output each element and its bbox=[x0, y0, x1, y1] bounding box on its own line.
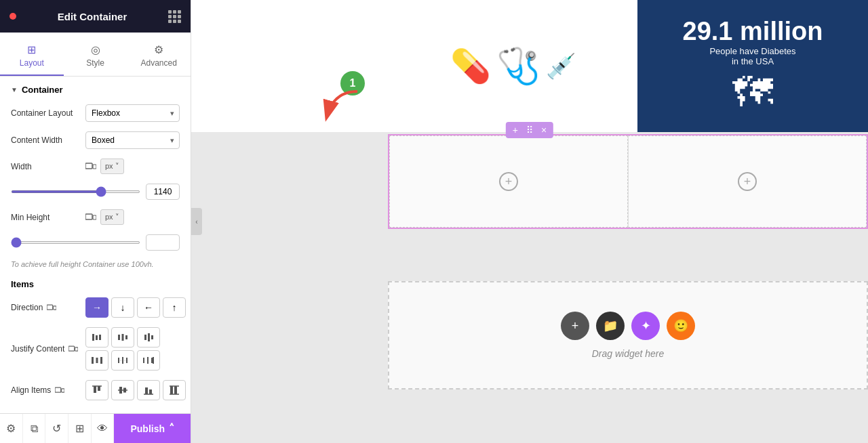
dir-btn-col-rev[interactable]: ↑ bbox=[163, 297, 186, 318]
content-width-row: Content Width Boxed Full Width bbox=[11, 131, 180, 149]
bottom-bar: ⚙ ⧉ ↺ ⊞ 👁 Publish ˄ bbox=[0, 413, 191, 443]
justify-btn-space-evenly[interactable] bbox=[137, 350, 160, 371]
width-input[interactable] bbox=[146, 184, 180, 200]
width-unit[interactable]: px ˅ bbox=[100, 159, 124, 174]
settings-icon-btn[interactable]: ⚙ bbox=[0, 414, 23, 443]
min-height-responsive-icon bbox=[85, 213, 96, 222]
justify-buttons bbox=[85, 327, 180, 371]
annotation-container: 1 bbox=[340, 71, 365, 96]
svg-rect-15 bbox=[144, 335, 146, 340]
container-layout-select-wrapper: Flexbox Grid bbox=[85, 104, 180, 122]
infographic-pills: 💊 🩺 💉 bbox=[450, 45, 576, 87]
justify-btn-space-between[interactable] bbox=[85, 350, 108, 371]
style-icon: ◎ bbox=[91, 43, 100, 56]
content-width-control: Boxed Full Width bbox=[85, 131, 180, 149]
infographic-strip: 💊 🩺 💉 Diagnosed: 29.1 million People hav… bbox=[191, 0, 868, 132]
content-width-label: Content Width bbox=[11, 135, 85, 145]
min-height-input[interactable] bbox=[146, 234, 180, 251]
svg-rect-42 bbox=[174, 386, 177, 394]
justify-btn-space-around[interactable] bbox=[111, 350, 134, 371]
publish-button[interactable]: Publish ˄ bbox=[114, 414, 191, 443]
svg-rect-36 bbox=[119, 387, 122, 394]
drop-folder-btn[interactable]: 📁 bbox=[596, 312, 625, 340]
history-icon-btn[interactable]: ↺ bbox=[45, 414, 68, 443]
dir-btn-row[interactable]: → bbox=[85, 297, 108, 318]
layers-icon-btn[interactable]: ⧉ bbox=[23, 414, 46, 443]
width-slider[interactable] bbox=[11, 190, 140, 193]
panel-body: ▼ Container Container Layout Flexbox Gri… bbox=[0, 77, 191, 413]
items-section: Items Direction → ↓ ← ↑ bbox=[11, 279, 180, 400]
drop-emoji-btn[interactable]: 🙂 bbox=[667, 312, 695, 340]
toolbar-move-btn[interactable]: ⠿ bbox=[525, 125, 534, 135]
svg-rect-9 bbox=[96, 335, 98, 340]
min-height-unit[interactable]: px ˅ bbox=[100, 209, 124, 225]
content-width-select-wrapper: Boxed Full Width bbox=[85, 131, 180, 149]
content-width-select[interactable]: Boxed Full Width bbox=[85, 131, 180, 149]
advanced-icon: ⚙ bbox=[154, 43, 163, 56]
align-responsive-icon bbox=[55, 387, 64, 394]
justify-btn-start[interactable] bbox=[85, 327, 108, 347]
align-btn-bottom[interactable] bbox=[137, 380, 160, 400]
tab-style[interactable]: ◎ Style bbox=[64, 38, 127, 76]
svg-rect-17 bbox=[151, 335, 153, 339]
align-btn-top[interactable] bbox=[85, 380, 108, 400]
col-right-add-icon[interactable]: + bbox=[738, 172, 757, 191]
align-btn-stretch[interactable] bbox=[163, 380, 186, 400]
col-left-add-icon[interactable]: + bbox=[499, 172, 518, 191]
grid-icon[interactable] bbox=[168, 10, 181, 23]
container-section-header[interactable]: ▼ Container bbox=[11, 85, 180, 95]
svg-rect-29 bbox=[153, 357, 154, 364]
dir-btn-row-rev[interactable]: ← bbox=[137, 297, 160, 318]
big-number: 29.1 million bbox=[683, 17, 823, 46]
col-right[interactable]: + bbox=[628, 135, 867, 228]
publish-chevron-icon: ˄ bbox=[169, 422, 174, 435]
justify-btn-center[interactable] bbox=[111, 327, 134, 347]
collapse-handle[interactable]: ‹ bbox=[191, 208, 202, 235]
svg-rect-4 bbox=[47, 305, 53, 310]
min-height-slider-row bbox=[11, 234, 180, 251]
svg-rect-26 bbox=[143, 358, 144, 363]
justify-responsive-icon bbox=[68, 345, 78, 353]
container-layout-label: Container Layout bbox=[11, 108, 85, 118]
align-items-row: Align Items bbox=[11, 380, 180, 400]
container-toolbar: + ⠿ × bbox=[506, 122, 553, 138]
toolbar-add-btn[interactable]: + bbox=[511, 125, 519, 135]
two-col-container: + + bbox=[388, 134, 868, 229]
container-layout-select[interactable]: Flexbox Grid bbox=[85, 104, 180, 122]
svg-rect-16 bbox=[148, 333, 150, 341]
dir-btn-col[interactable]: ↓ bbox=[111, 297, 134, 318]
direction-responsive-icon bbox=[47, 304, 56, 312]
drop-add-btn[interactable]: + bbox=[561, 312, 589, 340]
svg-rect-31 bbox=[62, 388, 64, 392]
tab-advanced[interactable]: ⚙ Advanced bbox=[127, 38, 191, 76]
svg-rect-3 bbox=[93, 215, 96, 219]
svg-rect-27 bbox=[147, 357, 149, 364]
window-controls bbox=[9, 13, 16, 20]
svg-rect-8 bbox=[92, 334, 94, 341]
toolbar-close-btn[interactable]: × bbox=[540, 125, 548, 135]
svg-rect-41 bbox=[170, 386, 173, 394]
svg-rect-34 bbox=[98, 386, 100, 391]
align-btn-middle[interactable] bbox=[111, 380, 134, 400]
eye-icon-btn[interactable]: 👁 bbox=[92, 414, 115, 443]
svg-rect-14 bbox=[125, 335, 127, 339]
min-height-slider[interactable] bbox=[11, 241, 140, 244]
panel-header: Edit Container bbox=[0, 0, 191, 33]
svg-rect-1 bbox=[93, 165, 96, 169]
duplicate-icon-btn[interactable]: ⊞ bbox=[68, 414, 92, 443]
width-slider-row bbox=[11, 184, 180, 200]
panel-title: Edit Container bbox=[58, 11, 127, 22]
svg-rect-22 bbox=[122, 357, 123, 364]
usa-map-icon: 🗺 bbox=[732, 69, 773, 116]
justify-btn-end[interactable] bbox=[137, 327, 160, 347]
svg-rect-0 bbox=[85, 163, 92, 169]
svg-rect-19 bbox=[96, 358, 98, 363]
svg-rect-12 bbox=[118, 335, 120, 340]
min-height-row: Min Height px ˅ bbox=[11, 209, 180, 225]
align-items-label: Align Items bbox=[11, 385, 51, 395]
country-text: in the USA bbox=[732, 56, 774, 66]
drop-magic-btn[interactable]: ✦ bbox=[631, 312, 660, 340]
tab-layout[interactable]: ⊞ Layout bbox=[0, 38, 64, 76]
col-left[interactable]: + bbox=[389, 135, 628, 228]
meter-icon: 🩺 bbox=[496, 45, 540, 87]
